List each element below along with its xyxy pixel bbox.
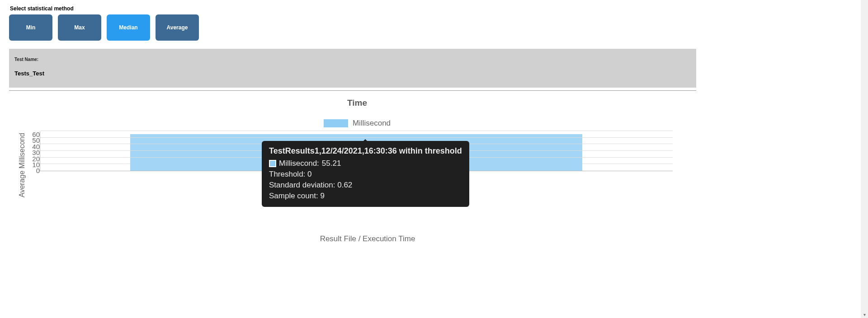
min-button[interactable]: Min <box>9 14 52 41</box>
test-name-value: Tests_Test <box>14 70 691 77</box>
average-button[interactable]: Average <box>156 14 199 41</box>
legend-label: Millisecond <box>353 119 391 128</box>
grid-line <box>40 131 673 131</box>
tooltip-title: TestResults1,12/24/2021,16:30:36 within … <box>269 145 462 156</box>
max-button[interactable]: Max <box>58 14 101 41</box>
chart-tooltip: TestResults1,12/24/2021,16:30:36 within … <box>262 141 469 207</box>
tooltip-threshold-value: 0 <box>307 170 311 178</box>
y-axis-ticks: 60 50 40 30 20 10 0 <box>30 131 40 174</box>
section-title: Select statistical method <box>10 5 696 12</box>
test-name-label: Test Name: <box>14 57 691 62</box>
test-info-band: Test Name: Tests_Test <box>9 49 696 88</box>
stat-method-row: Min Max Median Average <box>9 14 696 41</box>
median-button[interactable]: Median <box>107 14 150 41</box>
tooltip-swatch <box>269 160 276 167</box>
tooltip-samples-value: 9 <box>320 192 324 200</box>
chart-legend[interactable]: Millisecond <box>18 119 696 128</box>
grid-line <box>40 137 673 138</box>
tooltip-stddev-label: Standard deviation: <box>269 181 335 189</box>
chart-title: Time <box>18 98 696 108</box>
plot-area[interactable]: TestResults1 12/24/2021 16:30:36 TestRes… <box>40 131 673 171</box>
divider <box>9 90 696 91</box>
tooltip-stddev-value: 0.62 <box>337 181 352 189</box>
scrollbar[interactable]: ▾ <box>861 0 868 318</box>
tooltip-metric-label: Millisecond: <box>279 158 319 169</box>
y-tick: 0 <box>36 168 40 173</box>
tooltip-samples-label: Sample count: <box>269 192 318 200</box>
scroll-down-icon[interactable]: ▾ <box>861 311 868 318</box>
tooltip-metric-value: 55.21 <box>322 158 341 169</box>
tooltip-threshold-label: Threshold: <box>269 170 305 178</box>
y-axis-label: Average Millisecond <box>18 131 26 199</box>
x-axis-label: Result File / Execution Time <box>39 234 696 243</box>
legend-swatch <box>324 119 348 127</box>
chart: Time Millisecond Average Millisecond 60 … <box>18 98 696 243</box>
